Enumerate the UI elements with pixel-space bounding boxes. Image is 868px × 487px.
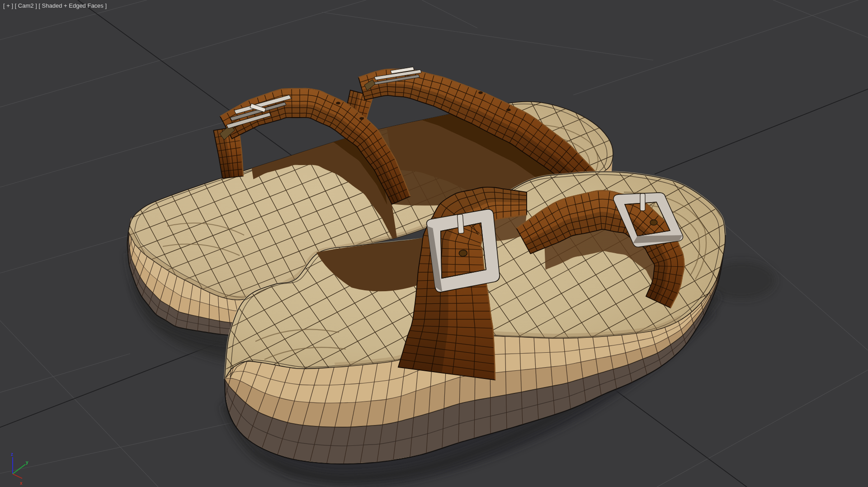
svg-text:y: y xyxy=(26,460,28,465)
svg-text:z: z xyxy=(11,452,13,457)
svg-text:[ + ] [ Cam2 ] [ Shaded + Edge: [ + ] [ Cam2 ] [ Shaded + Edged Faces ] xyxy=(3,2,107,9)
svg-text:x: x xyxy=(20,481,23,486)
